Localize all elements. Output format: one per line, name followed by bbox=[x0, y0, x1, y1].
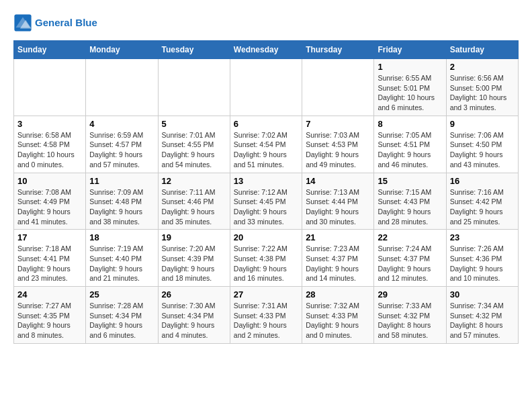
day-number: 20 bbox=[234, 232, 298, 242]
calendar-header-sunday: Sunday bbox=[14, 41, 86, 59]
calendar-week-4: 17Sunrise: 7:18 AMSunset: 4:41 PMDayligh… bbox=[14, 230, 519, 287]
day-number: 13 bbox=[234, 176, 298, 186]
calendar-cell: 22Sunrise: 7:24 AMSunset: 4:37 PMDayligh… bbox=[374, 230, 446, 287]
calendar-cell: 7Sunrise: 7:03 AMSunset: 4:53 PMDaylight… bbox=[302, 116, 374, 173]
day-info: Sunrise: 7:34 AMSunset: 4:32 PMDaylight:… bbox=[450, 301, 515, 340]
calendar-header-saturday: Saturday bbox=[446, 41, 518, 59]
calendar-cell: 25Sunrise: 7:28 AMSunset: 4:34 PMDayligh… bbox=[86, 287, 158, 344]
calendar-cell: 18Sunrise: 7:19 AMSunset: 4:40 PMDayligh… bbox=[86, 230, 158, 287]
calendar-header-row: SundayMondayTuesdayWednesdayThursdayFrid… bbox=[14, 41, 519, 59]
calendar-header-wednesday: Wednesday bbox=[230, 41, 302, 59]
day-info: Sunrise: 7:27 AMSunset: 4:35 PMDaylight:… bbox=[17, 301, 82, 340]
calendar-cell: 16Sunrise: 7:16 AMSunset: 4:42 PMDayligh… bbox=[446, 173, 518, 230]
day-number: 27 bbox=[234, 289, 298, 300]
calendar-cell: 3Sunrise: 6:58 AMSunset: 4:58 PMDaylight… bbox=[14, 116, 86, 173]
day-info: Sunrise: 7:24 AMSunset: 4:37 PMDaylight:… bbox=[378, 244, 442, 283]
calendar-cell: 19Sunrise: 7:20 AMSunset: 4:39 PMDayligh… bbox=[158, 230, 230, 287]
day-info: Sunrise: 7:16 AMSunset: 4:42 PMDaylight:… bbox=[450, 187, 515, 227]
day-number: 9 bbox=[450, 119, 515, 129]
calendar-cell: 29Sunrise: 7:33 AMSunset: 4:32 PMDayligh… bbox=[374, 287, 446, 344]
day-info: Sunrise: 7:20 AMSunset: 4:39 PMDaylight:… bbox=[162, 244, 226, 283]
day-info: Sunrise: 7:05 AMSunset: 4:51 PMDaylight:… bbox=[378, 130, 442, 170]
calendar-cell: 5Sunrise: 7:01 AMSunset: 4:55 PMDaylight… bbox=[158, 116, 230, 173]
day-info: Sunrise: 7:22 AMSunset: 4:38 PMDaylight:… bbox=[234, 244, 298, 283]
day-number: 4 bbox=[89, 119, 154, 129]
calendar-cell: 9Sunrise: 7:06 AMSunset: 4:50 PMDaylight… bbox=[446, 116, 518, 173]
day-info: Sunrise: 7:08 AMSunset: 4:49 PMDaylight:… bbox=[17, 187, 82, 227]
day-number: 22 bbox=[378, 232, 442, 242]
day-number: 30 bbox=[450, 289, 515, 300]
day-info: Sunrise: 7:12 AMSunset: 4:45 PMDaylight:… bbox=[234, 187, 298, 227]
calendar-header-monday: Monday bbox=[86, 41, 158, 59]
calendar-cell: 11Sunrise: 7:09 AMSunset: 4:48 PMDayligh… bbox=[86, 173, 158, 230]
day-number: 8 bbox=[378, 119, 442, 129]
day-number: 3 bbox=[17, 119, 82, 129]
day-number: 18 bbox=[89, 232, 154, 242]
calendar-cell: 23Sunrise: 7:26 AMSunset: 4:36 PMDayligh… bbox=[446, 230, 518, 287]
day-number: 16 bbox=[450, 176, 515, 186]
day-info: Sunrise: 7:19 AMSunset: 4:40 PMDaylight:… bbox=[89, 244, 154, 283]
calendar-cell: 28Sunrise: 7:32 AMSunset: 4:33 PMDayligh… bbox=[302, 287, 374, 344]
calendar-cell: 17Sunrise: 7:18 AMSunset: 4:41 PMDayligh… bbox=[14, 230, 86, 287]
day-number: 26 bbox=[162, 289, 226, 300]
calendar-cell: 8Sunrise: 7:05 AMSunset: 4:51 PMDaylight… bbox=[374, 116, 446, 173]
logo: General Blue bbox=[13, 13, 97, 32]
top-section: General Blue bbox=[13, 13, 519, 35]
calendar-cell: 1Sunrise: 6:55 AMSunset: 5:01 PMDaylight… bbox=[374, 59, 446, 116]
calendar-week-1: 1Sunrise: 6:55 AMSunset: 5:01 PMDaylight… bbox=[14, 59, 519, 116]
calendar-header-friday: Friday bbox=[374, 41, 446, 59]
calendar-week-2: 3Sunrise: 6:58 AMSunset: 4:58 PMDaylight… bbox=[14, 116, 519, 173]
day-number: 14 bbox=[306, 176, 370, 186]
day-info: Sunrise: 7:15 AMSunset: 4:43 PMDaylight:… bbox=[378, 187, 442, 227]
day-info: Sunrise: 7:13 AMSunset: 4:44 PMDaylight:… bbox=[306, 187, 370, 227]
day-number: 2 bbox=[450, 62, 515, 72]
day-number: 29 bbox=[378, 289, 442, 300]
calendar-cell: 2Sunrise: 6:56 AMSunset: 5:00 PMDaylight… bbox=[446, 59, 518, 116]
day-number: 6 bbox=[234, 119, 298, 129]
day-number: 21 bbox=[306, 232, 370, 242]
calendar-week-5: 24Sunrise: 7:27 AMSunset: 4:35 PMDayligh… bbox=[14, 287, 519, 344]
calendar-header-tuesday: Tuesday bbox=[158, 41, 230, 59]
calendar-cell: 6Sunrise: 7:02 AMSunset: 4:54 PMDaylight… bbox=[230, 116, 302, 173]
day-info: Sunrise: 7:11 AMSunset: 4:46 PMDaylight:… bbox=[162, 187, 226, 227]
calendar-cell bbox=[158, 59, 230, 116]
calendar-cell bbox=[14, 59, 86, 116]
calendar-cell: 12Sunrise: 7:11 AMSunset: 4:46 PMDayligh… bbox=[158, 173, 230, 230]
day-info: Sunrise: 7:23 AMSunset: 4:37 PMDaylight:… bbox=[306, 244, 370, 283]
day-info: Sunrise: 7:03 AMSunset: 4:53 PMDaylight:… bbox=[306, 130, 370, 170]
day-info: Sunrise: 7:18 AMSunset: 4:41 PMDaylight:… bbox=[17, 244, 82, 283]
calendar-cell: 24Sunrise: 7:27 AMSunset: 4:35 PMDayligh… bbox=[14, 287, 86, 344]
day-info: Sunrise: 7:06 AMSunset: 4:50 PMDaylight:… bbox=[450, 130, 515, 170]
logo-text: General Blue bbox=[35, 17, 97, 29]
day-number: 19 bbox=[162, 232, 226, 242]
calendar-cell: 27Sunrise: 7:31 AMSunset: 4:33 PMDayligh… bbox=[230, 287, 302, 344]
logo-icon bbox=[13, 13, 32, 32]
day-number: 10 bbox=[17, 176, 82, 186]
calendar-week-3: 10Sunrise: 7:08 AMSunset: 4:49 PMDayligh… bbox=[14, 173, 519, 230]
day-number: 12 bbox=[162, 176, 226, 186]
day-info: Sunrise: 7:26 AMSunset: 4:36 PMDaylight:… bbox=[450, 244, 515, 283]
calendar-cell: 20Sunrise: 7:22 AMSunset: 4:38 PMDayligh… bbox=[230, 230, 302, 287]
day-number: 17 bbox=[17, 232, 82, 242]
calendar-cell: 4Sunrise: 6:59 AMSunset: 4:57 PMDaylight… bbox=[86, 116, 158, 173]
day-number: 5 bbox=[162, 119, 226, 129]
day-number: 15 bbox=[378, 176, 442, 186]
calendar-header-thursday: Thursday bbox=[302, 41, 374, 59]
day-info: Sunrise: 6:59 AMSunset: 4:57 PMDaylight:… bbox=[89, 130, 154, 170]
day-number: 11 bbox=[89, 176, 154, 186]
day-number: 24 bbox=[17, 289, 82, 300]
day-info: Sunrise: 7:30 AMSunset: 4:34 PMDaylight:… bbox=[162, 301, 226, 340]
calendar-cell: 13Sunrise: 7:12 AMSunset: 4:45 PMDayligh… bbox=[230, 173, 302, 230]
day-info: Sunrise: 7:31 AMSunset: 4:33 PMDaylight:… bbox=[234, 301, 298, 340]
calendar-cell: 30Sunrise: 7:34 AMSunset: 4:32 PMDayligh… bbox=[446, 287, 518, 344]
day-info: Sunrise: 6:55 AMSunset: 5:01 PMDaylight:… bbox=[378, 73, 442, 113]
calendar-table: SundayMondayTuesdayWednesdayThursdayFrid… bbox=[13, 40, 519, 344]
calendar-cell: 10Sunrise: 7:08 AMSunset: 4:49 PMDayligh… bbox=[14, 173, 86, 230]
day-info: Sunrise: 7:33 AMSunset: 4:32 PMDaylight:… bbox=[378, 301, 442, 340]
day-info: Sunrise: 6:56 AMSunset: 5:00 PMDaylight:… bbox=[450, 73, 515, 113]
day-number: 25 bbox=[89, 289, 154, 300]
day-number: 23 bbox=[450, 232, 515, 242]
calendar-cell: 21Sunrise: 7:23 AMSunset: 4:37 PMDayligh… bbox=[302, 230, 374, 287]
day-info: Sunrise: 7:02 AMSunset: 4:54 PMDaylight:… bbox=[234, 130, 298, 170]
day-info: Sunrise: 7:09 AMSunset: 4:48 PMDaylight:… bbox=[89, 187, 154, 227]
